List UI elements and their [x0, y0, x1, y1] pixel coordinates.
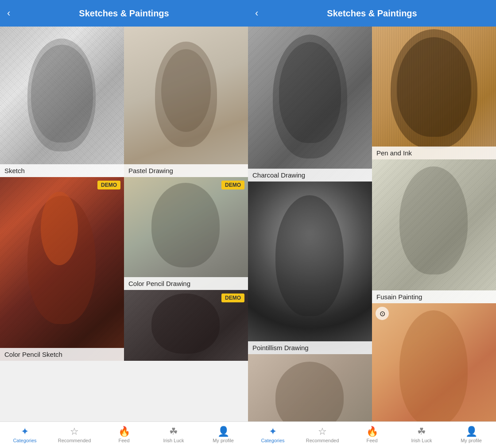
left-panel: ‹ Sketches & Paintings Sketch [0, 0, 248, 448]
cp-sketch-demo-badge: DEMO [97, 181, 120, 189]
right-header: ‹ Sketches & Paintings [248, 0, 496, 27]
nav-feed[interactable]: 🔥 Feed [99, 427, 149, 443]
right-col-sub: DEMO Color Pencil Drawing DEMO [124, 177, 248, 361]
irish-luck-label: Irish Luck [163, 438, 184, 443]
recommended-label: Recommended [58, 438, 91, 443]
card-cp-drawing[interactable]: DEMO Color Pencil Drawing [124, 177, 248, 290]
charcoal-label: Charcoal Drawing [248, 169, 372, 182]
right-back-button[interactable]: ‹ [255, 8, 258, 19]
feed-icon: 🔥 [118, 427, 130, 436]
double-exp-gear: ⊙ [376, 307, 389, 320]
right-recommended-label: Recommended [306, 438, 339, 443]
right-irish-luck-label: Irish Luck [411, 438, 432, 443]
irish-luck-icon: ☘ [169, 427, 178, 436]
right-panel: ‹ Sketches & Paintings Charcoal Drawing [248, 0, 496, 448]
bottom-demo-badge: DEMO [221, 294, 244, 302]
fusain-label: Fusain Painting [372, 290, 496, 303]
cp-sketch-label: Color Pencil Sketch [0, 348, 124, 361]
right-recommended-icon: ☆ [318, 427, 327, 436]
categories-label: Categories [13, 438, 36, 443]
right-my-profile-icon: 👤 [465, 427, 477, 436]
right-feed-label: Feed [366, 438, 377, 443]
sketch-label: Sketch [0, 164, 124, 177]
right-irish-luck-icon: ☘ [417, 427, 426, 436]
right-my-profile-label: My profile [461, 438, 482, 443]
right-categories-icon: ✦ [269, 427, 277, 436]
right-grid: Charcoal Drawing Pointillism Drawing [248, 27, 496, 421]
left-bottom-nav: ✦ Categories ☆ Recommended 🔥 Feed ☘ Iris… [0, 421, 248, 448]
left-header-title: Sketches & Paintings [79, 8, 169, 19]
nav-irish-luck[interactable]: ☘ Irish Luck [149, 427, 198, 443]
right-nav-recommended[interactable]: ☆ Recommended [298, 427, 347, 443]
right-col-right: Pen and Ink Fusain Painting ⊙ [372, 27, 496, 421]
card-sketch[interactable]: Sketch [0, 27, 124, 177]
right-feed-icon: 🔥 [366, 427, 378, 436]
my-profile-icon: 👤 [217, 427, 229, 436]
pen-ink-label: Pen and Ink [372, 147, 496, 159]
right-scroll: Charcoal Drawing Pointillism Drawing [248, 27, 496, 421]
nav-categories[interactable]: ✦ Categories [0, 427, 50, 443]
left-header: ‹ Sketches & Paintings [0, 0, 248, 27]
card-pointillism[interactable]: Pointillism Drawing [248, 182, 372, 354]
card-cp-sketch[interactable]: DEMO Color Pencil Sketch [0, 177, 124, 361]
card-fusain[interactable]: Fusain Painting [372, 159, 496, 303]
right-bottom-nav: ✦ Categories ☆ Recommended 🔥 Feed ☘ Iris… [248, 421, 496, 448]
right-nav-my-profile[interactable]: 👤 My profile [446, 427, 496, 443]
right-col-left: Charcoal Drawing Pointillism Drawing [248, 27, 372, 421]
card-bottom-demo[interactable]: DEMO [124, 290, 248, 361]
left-row-1: Sketch Pastel Drawing [0, 27, 248, 177]
right-nav-irish-luck[interactable]: ☘ Irish Luck [397, 427, 446, 443]
recommended-icon: ☆ [70, 427, 79, 436]
cp-drawing-label: Color Pencil Drawing [124, 277, 248, 290]
left-scroll: Sketch Pastel Drawing [0, 27, 248, 421]
cp-drawing-demo-badge: DEMO [221, 181, 244, 189]
left-row-2: DEMO Color Pencil Sketch DEMO Color Penc… [0, 177, 248, 361]
categories-icon: ✦ [21, 427, 29, 436]
nav-recommended[interactable]: ☆ Recommended [50, 427, 99, 443]
left-back-button[interactable]: ‹ [7, 8, 10, 19]
card-pastel[interactable]: Pastel Drawing [124, 27, 248, 177]
right-nav-feed[interactable]: 🔥 Feed [347, 427, 397, 443]
right-nav-categories[interactable]: ✦ Categories [248, 427, 298, 443]
card-pen-ink[interactable]: Pen and Ink [372, 27, 496, 159]
card-charcoal[interactable]: Charcoal Drawing [248, 27, 372, 182]
card-bottom-right-left[interactable] [248, 354, 372, 421]
right-header-title: Sketches & Paintings [327, 8, 417, 19]
card-double-exposure[interactable]: ⊙ [372, 303, 496, 421]
left-grid: Sketch Pastel Drawing [0, 27, 248, 361]
feed-label: Feed [118, 438, 129, 443]
pointillism-label: Pointillism Drawing [248, 341, 372, 354]
right-categories-label: Categories [261, 438, 284, 443]
nav-my-profile[interactable]: 👤 My profile [198, 427, 248, 443]
my-profile-label: My profile [213, 438, 234, 443]
pastel-label: Pastel Drawing [124, 164, 248, 177]
